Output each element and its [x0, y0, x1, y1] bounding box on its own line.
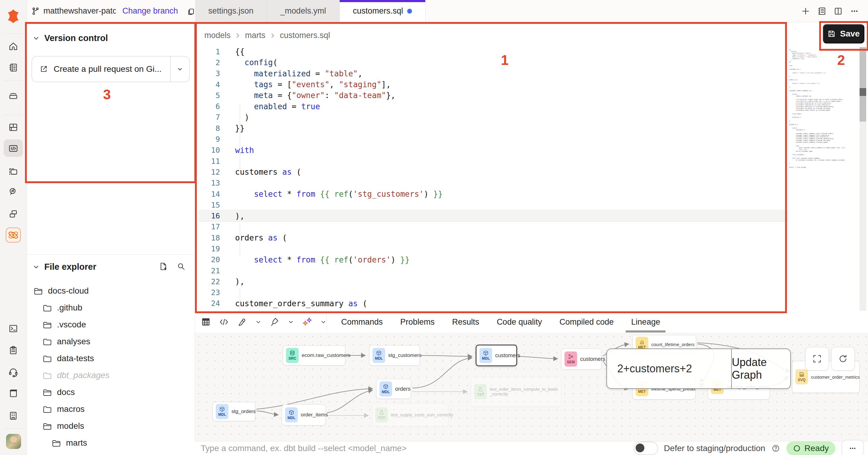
dbt-logo[interactable]: [0, 8, 27, 25]
file-tree-item-data-tests[interactable]: data-tests: [27, 350, 195, 367]
save-button[interactable]: Save: [823, 24, 864, 44]
support-headset-icon[interactable]: [0, 364, 27, 380]
top-actions: [801, 0, 859, 22]
rail-divider: [3, 80, 24, 81]
file-tree-label: marts: [66, 438, 87, 448]
drawer-icon[interactable]: [0, 87, 27, 104]
branch-name[interactable]: matthewshaver-patc: [43, 6, 116, 16]
node-badge-sem-icon: SEM: [564, 351, 577, 367]
home-icon[interactable]: [0, 38, 27, 55]
file-tree-item-marts[interactable]: marts: [27, 434, 195, 451]
tab-customers.sql[interactable]: customers.sql: [340, 0, 426, 22]
file-explorer-actions: [158, 262, 186, 271]
file-tree-label: models: [57, 421, 84, 431]
folder-open-icon: [42, 388, 52, 397]
save-label: Save: [840, 29, 860, 39]
tab-label: customers.sql: [353, 6, 403, 16]
lineage-node-ecom.raw_customers[interactable]: SRCecom.raw_customers: [283, 345, 345, 365]
rail-divider: [3, 33, 24, 34]
sessions-icon[interactable]: [0, 205, 27, 222]
create-pr-button-main[interactable]: Create a pull request on Gi...: [32, 64, 170, 74]
file-tree-item-models[interactable]: models: [27, 418, 195, 434]
file-tree-item-docs[interactable]: docs: [27, 384, 195, 401]
status-badge[interactable]: Ready: [786, 442, 835, 455]
file-tree-item-analyses[interactable]: analyses: [27, 333, 195, 350]
file-tree-label: macros: [57, 404, 85, 414]
lineage-node-customers[interactable]: MDLcustomers: [475, 345, 517, 366]
status-bar: Type a command, ex. dbt build --select <…: [195, 441, 868, 455]
user-avatar[interactable]: [6, 434, 21, 449]
lineage-node-test_supply_costs_sum_correctly[interactable]: TSTtest_supply_costs_sum_correctly: [372, 403, 448, 427]
tab-_models.yml[interactable]: _models.yml: [267, 0, 340, 22]
tab-settings.json[interactable]: settings.json: [195, 0, 267, 22]
editor-scrollbar[interactable]: [860, 47, 866, 311]
file-tree-item-.vscode[interactable]: .vscode: [27, 316, 195, 333]
docs-book-icon[interactable]: [0, 385, 27, 402]
node-label: customers: [580, 356, 605, 362]
lineage-node-customers[interactable]: SEMcustomers: [561, 348, 601, 370]
node-badge-src-icon: SRC: [286, 348, 299, 363]
node-label: stg_customers: [388, 352, 422, 359]
more-options-icon[interactable]: [850, 7, 859, 16]
file-tree-label: docs: [57, 388, 75, 397]
split-view-icon[interactable]: [834, 7, 843, 16]
file-explorer-title: File explorer: [44, 262, 96, 272]
update-graph-button[interactable]: Update Graph: [732, 349, 790, 388]
help-icon[interactable]: [771, 444, 780, 453]
lineage-node-stg_orders[interactable]: MDLstg_orders: [213, 402, 255, 421]
file-tree-item-.github[interactable]: .github: [27, 299, 195, 316]
left-panel: Version control Create a pull request on…: [27, 22, 195, 455]
file-tree-item-dbt_packages[interactable]: dbt_packages: [27, 367, 195, 384]
dashboard-icon[interactable]: [0, 119, 27, 136]
dbt-copilot-icon[interactable]: [0, 227, 27, 244]
copy-icon[interactable]: [187, 7, 195, 16]
lineage-node-orders[interactable]: MDLorders: [376, 379, 411, 399]
change-branch-link[interactable]: Change branch: [122, 6, 178, 16]
command-input[interactable]: Type a command, ex. dbt build --select <…: [201, 444, 407, 453]
file-list-icon[interactable]: [817, 7, 827, 16]
new-file-icon[interactable]: [158, 262, 167, 271]
clipboard-icon[interactable]: [0, 342, 27, 359]
pr-options-caret[interactable]: [170, 56, 189, 82]
lineage-node-test_order_items_compute_to_bools[interactable]: TSTtest_order_items_compute_to_bools _co…: [471, 376, 561, 407]
code-editor-icon[interactable]: [0, 140, 27, 157]
create-pr-button[interactable]: Create a pull request on Gi...: [32, 56, 190, 82]
file-tree-item-docs-cloud[interactable]: docs-cloud: [27, 282, 195, 299]
folder-closed-icon: [42, 337, 52, 346]
scrollbar-handle[interactable]: [860, 88, 866, 96]
unsaved-dot: [407, 9, 412, 13]
lineage-node-order_items[interactable]: MDLorder_items: [282, 404, 326, 425]
file-tree-label: data-tests: [57, 353, 94, 363]
insights-icon[interactable]: [0, 183, 27, 200]
file-tree-label: .vscode: [57, 320, 86, 330]
fullscreen-button[interactable]: [805, 347, 829, 371]
node-badge-mdl-icon: MDL: [285, 407, 298, 422]
node-label: ecom.raw_customers: [302, 352, 350, 359]
node-badge-mdl-icon: MDL: [379, 381, 392, 396]
folder-open-icon: [42, 320, 52, 329]
lineage-selector-input[interactable]: 2+customers+2: [607, 349, 732, 388]
file-tree-label: dbt_packages: [57, 371, 110, 380]
version-control-header[interactable]: Version control: [32, 33, 108, 43]
node-badge-svq-icon: SVQ: [795, 369, 808, 385]
more-actions-button[interactable]: [841, 440, 864, 455]
search-icon[interactable]: [177, 262, 186, 271]
lineage-node-stg_customers[interactable]: MDLstg_customers: [369, 345, 420, 366]
scrollbar-thumb[interactable]: [860, 47, 866, 122]
top-bar: matthewshaver-patc Change branch setting…: [27, 0, 868, 22]
defer-toggle[interactable]: [634, 442, 658, 455]
canvas-icon[interactable]: [0, 163, 27, 180]
dbt-cloud-ide: matthewshaver-patc Change branch setting…: [0, 0, 868, 455]
file-tree-item-macros[interactable]: macros: [27, 401, 195, 418]
tab-label: _models.yml: [280, 6, 326, 16]
lineage-selector: 2+customers+2 Update Graph: [607, 348, 791, 389]
organization-icon[interactable]: [0, 407, 27, 424]
folder-closed-icon: [42, 405, 52, 414]
folder-open-icon: [33, 286, 42, 295]
minimap[interactable]: {{ config( materialized = "table", tags …: [789, 49, 845, 170]
new-tab-icon[interactable]: [801, 7, 810, 16]
terminal-icon[interactable]: [0, 320, 27, 337]
refresh-graph-button[interactable]: [831, 347, 855, 371]
file-explorer-header[interactable]: File explorer: [32, 262, 96, 272]
notebook-icon[interactable]: [0, 59, 27, 76]
